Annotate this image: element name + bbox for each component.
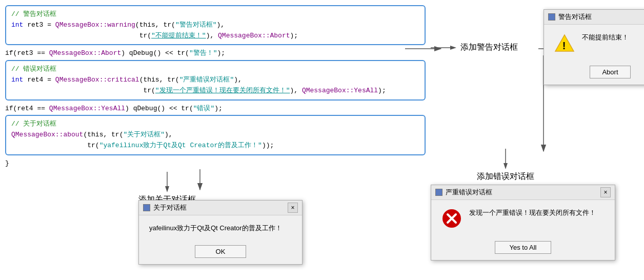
comment-about: // 关于对话框 <box>11 119 419 130</box>
error-dialog-titlebar: 严重错误对话框 × <box>431 185 615 200</box>
about-dialog-message: yafeilinux致力于Qt及Qt Creator的普及工作！ <box>149 224 282 233</box>
about-arrow-down <box>162 172 172 192</box>
about-dialog-footer: OK <box>139 241 302 264</box>
warning-line2: tr("不能提前结束！"), QMessageBox::Abort); <box>11 31 419 42</box>
error-dialog-body: 发现一个严重错误！现在要关闭所有文件！ <box>431 200 615 237</box>
closing-brace: } <box>5 157 426 170</box>
svg-marker-7 <box>450 46 456 50</box>
error-dialog-close[interactable]: × <box>600 187 611 197</box>
error-line2: tr("发现一个严重错误！现在要关闭所有文件！"), QMessageBox::… <box>11 86 419 96</box>
about-ok-button[interactable]: OK <box>195 245 246 258</box>
about-line2: tr("yafeilinux致力于Qt及Qt Creator的普及工作！")); <box>11 141 419 151</box>
warning-annotation: 添加警告对话框 <box>431 42 518 53</box>
about-dialog: 关于对话框 × yafeilinux致力于Qt及Qt Creator的普及工作！… <box>138 200 303 265</box>
warning-arrow-right <box>431 43 456 53</box>
about-dialog-titlebar: 关于对话框 × <box>139 201 302 215</box>
error-dialog-app-icon <box>435 189 442 196</box>
warning-if-line: if(ret3 == QMessageBox::Abort) qDebug() … <box>5 47 426 60</box>
svg-marker-9 <box>165 186 169 192</box>
error-code-block: // 错误对话框 int ret4 = QMessageBox::critica… <box>5 60 426 100</box>
warning-dialog-titlebar: 警告对话框 × <box>544 10 644 25</box>
error-if-line: if(ret4 == QMessageBox::YesAll) qDebug()… <box>5 103 426 115</box>
about-code-block: // 关于对话框 QMessageBox::about(this, tr("关于… <box>5 115 426 155</box>
warning-abort-button[interactable]: Abort <box>590 66 631 78</box>
error-dialog-message: 发现一个严重错误！现在要关闭所有文件！ <box>469 208 596 217</box>
warning-code-block: // 警告对话框 int ret3 = QMessageBox::warning… <box>5 5 426 45</box>
error-line1: int ret4 = QMessageBox::critical(this, t… <box>11 75 419 86</box>
comment-warning: // 警告对话框 <box>11 9 419 20</box>
warning-dialog-message: 不能提前结束！ <box>582 33 629 42</box>
about-dialog-body: yafeilinux致力于Qt及Qt Creator的普及工作！ <box>139 215 302 241</box>
error-arrow-down <box>500 149 511 169</box>
warning-dialog-title: 警告对话框 <box>558 12 592 22</box>
warning-dialog: 警告对话框 × ! 不能提前结束！ Abort <box>544 9 644 85</box>
about-line1: QMessageBox::about(this, tr("关于对话框"), <box>11 130 419 141</box>
warning-dialog-footer: Abort <box>544 62 644 85</box>
warning-icon: ! <box>554 33 575 53</box>
warning-titlebar-left: 警告对话框 <box>548 12 592 22</box>
error-annotation-label: 添加错误对话框 <box>477 171 534 182</box>
error-icon <box>441 208 462 229</box>
warning-annotation-label: 添加警告对话框 <box>460 42 518 53</box>
error-yestoall-button[interactable]: Yes to All <box>495 241 551 254</box>
error-annotation: 添加错误对话框 <box>477 149 534 182</box>
warning-dialog-body: ! 不能提前结束！ <box>544 25 644 62</box>
about-dialog-title: 关于对话框 <box>153 203 187 212</box>
error-dialog-footer: Yes to All <box>431 237 615 260</box>
code-area: // 警告对话框 int ret3 = QMessageBox::warning… <box>5 5 426 170</box>
comment-error: // 错误对话框 <box>11 64 419 75</box>
warning-dialog-app-icon <box>548 13 555 21</box>
about-titlebar-left: 关于对话框 <box>143 203 187 212</box>
about-dialog-app-icon <box>143 204 150 211</box>
about-dialog-close[interactable]: × <box>288 203 298 213</box>
error-dialog-title: 严重错误对话框 <box>446 188 492 197</box>
warning-line1: int ret3 = QMessageBox::warning(this, tr… <box>11 20 419 31</box>
error-titlebar-left: 严重错误对话框 <box>435 188 492 197</box>
error-dialog: 严重错误对话框 × 发现一个严重错误！现在要关闭所有文件！ Yes to All <box>431 185 615 261</box>
svg-text:!: ! <box>562 40 566 51</box>
svg-marker-11 <box>504 163 508 169</box>
